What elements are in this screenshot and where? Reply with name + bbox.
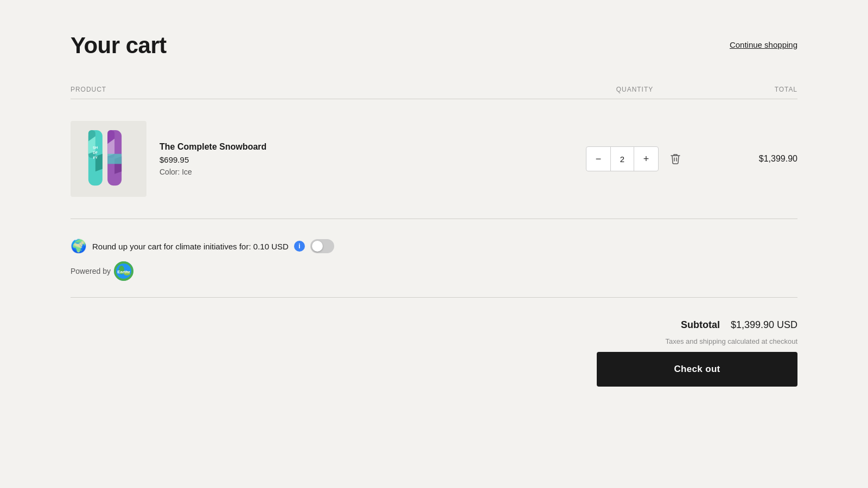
climate-section: 🌍 Round up your cart for climate initiat… [71,219,797,298]
tax-note: Taxes and shipping calculated at checkou… [665,337,797,345]
quantity-control: − 2 + [580,146,689,171]
svg-text:Earthr: Earthr [117,269,130,274]
product-price: $699.95 [159,155,266,164]
checkout-button[interactable]: Check out [597,352,797,387]
climate-row: 🌍 Round up your cart for climate initiat… [71,239,797,254]
svg-text:FY: FY [93,156,98,160]
climate-text: Round up your cart for climate initiativ… [92,242,289,251]
toggle-knob [312,241,323,252]
item-total: $1,399.90 [689,154,797,164]
table-header: PRODUCT QUANTITY TOTAL [71,80,797,99]
product-info: SH DF FY [71,121,580,197]
trash-icon [671,153,680,164]
powered-by: Powered by Earthr [71,261,797,281]
quantity-value: 2 [610,147,634,171]
subtotal-value: $1,399.90 USD [731,319,797,331]
table-row: SH DF FY [71,110,797,208]
product-header: PRODUCT [71,86,580,93]
subtotal-label: Subtotal [681,319,720,331]
page-header: Your cart Continue shopping [71,33,797,59]
climate-toggle[interactable] [310,239,334,253]
page-title: Your cart [71,33,167,59]
quantity-header: QUANTITY [580,86,689,93]
product-name: The Complete Snowboard [159,142,266,152]
svg-text:SH: SH [93,145,98,150]
powered-by-label: Powered by [71,267,111,275]
product-color: Color: Ice [159,168,266,176]
svg-rect-11 [107,154,122,164]
decrease-quantity-button[interactable]: − [586,147,610,171]
subtotal-row: Subtotal $1,399.90 USD [681,319,797,331]
total-header: TOTAL [689,86,797,93]
delete-item-button[interactable] [667,150,684,168]
info-icon[interactable]: i [294,241,305,252]
svg-text:DF: DF [93,150,98,155]
quantity-stepper: − 2 + [586,146,659,171]
summary-section: Subtotal $1,399.90 USD Taxes and shippin… [71,298,797,387]
globe-icon: 🌍 [71,239,87,254]
product-image: SH DF FY [71,121,146,197]
increase-quantity-button[interactable]: + [634,147,658,171]
product-details: The Complete Snowboard $699.95 Color: Ic… [159,142,266,176]
earthr-logo: Earthr [114,261,133,281]
cart-items: SH DF FY [71,99,797,219]
continue-shopping-link[interactable]: Continue shopping [730,40,797,49]
